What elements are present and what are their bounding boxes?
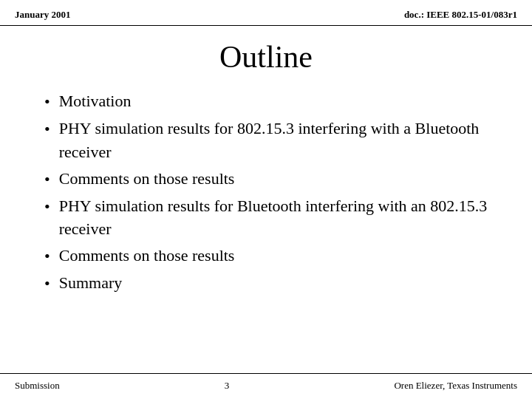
slide-title: Outline <box>15 39 517 75</box>
bullet-text: PHY simulation results for 802.15.3 inte… <box>59 117 488 164</box>
slide-content: •Motivation•PHY simulation results for 8… <box>0 82 532 373</box>
bullet-dot: • <box>44 272 50 296</box>
slide-header: January 2001 doc.: IEEE 802.15-01/083r1 <box>0 0 532 26</box>
footer-author: Oren Eliezer, Texas Instruments <box>394 380 517 392</box>
bullet-item: •Comments on those results <box>44 167 488 191</box>
bullet-item: •Comments on those results <box>44 244 488 268</box>
bullet-dot: • <box>44 168 50 191</box>
footer-page-number: 3 <box>225 380 230 392</box>
bullet-dot: • <box>44 195 50 219</box>
bullet-dot: • <box>44 90 50 114</box>
bullet-list: •Motivation•PHY simulation results for 8… <box>44 89 488 299</box>
bullet-item: •PHY simulation results for Bluetooth in… <box>44 194 488 242</box>
bullet-item: •PHY simulation results for 802.15.3 int… <box>44 117 488 164</box>
header-date: January 2001 <box>15 9 70 21</box>
bullet-text: Summary <box>59 271 488 295</box>
header-doc-id: doc.: IEEE 802.15-01/083r1 <box>404 9 517 21</box>
bullet-text: Comments on those results <box>59 167 488 191</box>
bullet-item: •Motivation <box>44 89 488 114</box>
bullet-dot: • <box>44 245 50 268</box>
title-section: Outline <box>0 26 532 82</box>
bullet-item: •Summary <box>44 271 488 296</box>
footer-submission: Submission <box>15 380 60 392</box>
slide-footer: Submission 3 Oren Eliezer, Texas Instrum… <box>0 373 532 399</box>
bullet-dot: • <box>44 117 50 141</box>
bullet-text: PHY simulation results for Bluetooth int… <box>59 194 488 242</box>
bullet-text: Comments on those results <box>59 244 488 267</box>
bullet-text: Motivation <box>59 89 488 113</box>
slide: January 2001 doc.: IEEE 802.15-01/083r1 … <box>0 0 532 399</box>
